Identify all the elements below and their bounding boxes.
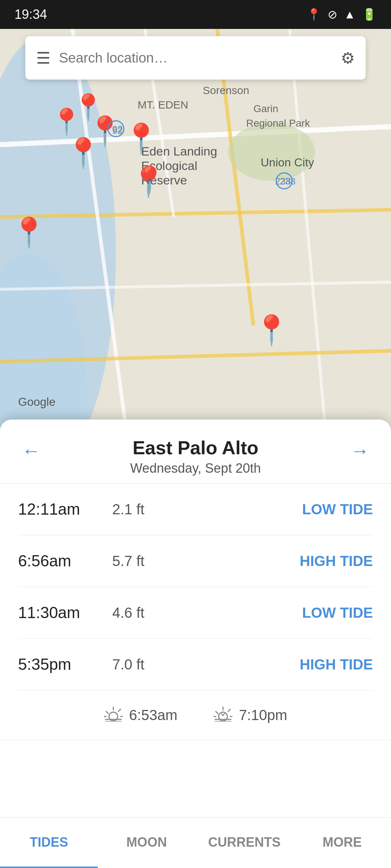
search-input[interactable] [59, 50, 332, 66]
svg-text:Regional Park: Regional Park [246, 118, 310, 129]
sunset-icon [214, 704, 232, 726]
sunset-item: 7:10pm [214, 704, 287, 726]
sunrise-time: 6:53am [129, 707, 177, 723]
tide-label-4: HIGH TIDE [300, 656, 373, 673]
location-icon: 📍 [307, 8, 321, 21]
date-subtitle: Wednesday, Sept 20th [44, 461, 347, 476]
tide-label-1: LOW TIDE [302, 501, 373, 518]
table-row: 12:11am 2.1 ft LOW TIDE [18, 484, 373, 535]
header-title-block: East Palo Alto Wednesday, Sept 20th [44, 437, 347, 476]
status-time: 19:34 [14, 7, 47, 22]
table-row: 5:35pm 7.0 ft HIGH TIDE [18, 639, 373, 690]
tide-time-3: 11:30am [18, 604, 112, 622]
menu-icon[interactable]: ☰ [36, 49, 50, 67]
tide-height-1: 2.1 ft [112, 501, 302, 518]
svg-text:📍: 📍 [51, 107, 83, 137]
tide-height-4: 7.0 ft [112, 656, 300, 673]
sunset-time: 7:10pm [239, 707, 287, 723]
svg-text:📍: 📍 [11, 215, 47, 250]
prev-day-button[interactable]: ← [18, 440, 44, 461]
bottom-tabs: TIDES MOON CURRENTS MORE [0, 817, 391, 868]
sun-info-row: 6:53am 7:10pm [0, 690, 391, 740]
bottom-panel: ← East Palo Alto Wednesday, Sept 20th → … [0, 420, 391, 868]
svg-text:92: 92 [112, 124, 123, 135]
svg-point-11 [228, 123, 315, 181]
svg-text:📍: 📍 [123, 121, 159, 156]
tide-list: 12:11am 2.1 ft LOW TIDE 6:56am 5.7 ft HI… [0, 484, 391, 690]
next-day-button[interactable]: → [347, 440, 373, 461]
location-title: East Palo Alto [44, 437, 347, 459]
tab-tides[interactable]: TIDES [0, 818, 98, 868]
svg-text:MT. EDEN: MT. EDEN [138, 99, 188, 111]
svg-text:📍: 📍 [253, 313, 290, 347]
tide-time-2: 6:56am [18, 552, 112, 570]
tide-label-3: LOW TIDE [302, 605, 373, 621]
settings-icon[interactable]: ⚙ [341, 49, 355, 67]
search-bar: ☰ ⚙ [25, 36, 366, 80]
tab-moon[interactable]: MOON [98, 818, 196, 868]
tide-time-4: 5:35pm [18, 655, 112, 673]
tide-height-2: 5.7 ft [112, 553, 300, 569]
sunrise-icon [104, 704, 123, 726]
tide-time-1: 12:11am [18, 500, 112, 518]
tide-height-3: 4.6 ft [112, 605, 302, 621]
panel-header: ← East Palo Alto Wednesday, Sept 20th → [0, 420, 391, 484]
svg-line-59 [118, 709, 121, 711]
svg-line-62 [106, 711, 108, 714]
dnd-icon: ⊘ [328, 8, 337, 21]
google-watermark: Google [18, 395, 55, 409]
svg-text:Sorenson: Sorenson [203, 84, 249, 96]
table-row: 11:30am 4.6 ft LOW TIDE [18, 587, 373, 639]
status-bar: 19:34 📍 ⊘ ▲ 🔋 [0, 0, 391, 29]
sunrise-item: 6:53am [104, 704, 177, 726]
table-row: 6:56am 5.7 ft HIGH TIDE [18, 535, 373, 587]
svg-line-67 [228, 709, 230, 711]
svg-text:238: 238 [280, 176, 295, 187]
svg-line-70 [216, 711, 218, 714]
svg-text:Union City: Union City [261, 156, 314, 169]
battery-icon: 🔋 [362, 8, 377, 21]
tide-label-2: HIGH TIDE [300, 553, 373, 569]
wifi-icon: ▲ [344, 8, 356, 21]
status-icons: 📍 ⊘ ▲ 🔋 [307, 8, 377, 21]
svg-text:📍: 📍 [134, 165, 166, 195]
svg-text:Garin: Garin [253, 103, 278, 114]
tab-more[interactable]: MORE [293, 818, 391, 868]
tab-currents[interactable]: CURRENTS [196, 818, 293, 868]
